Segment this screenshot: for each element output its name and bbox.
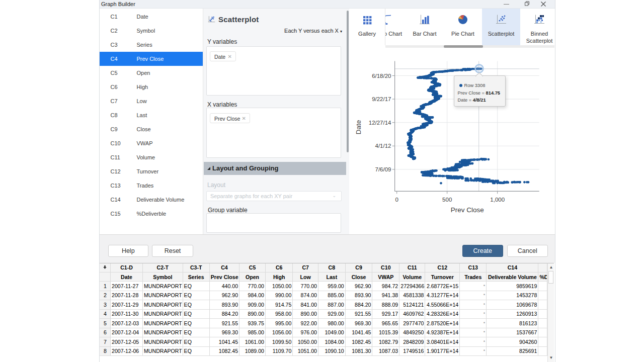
svg-text:Date: Date — [355, 120, 362, 135]
svg-text:12/27/14: 12/27/14 — [369, 120, 391, 126]
svg-text:0: 0 — [395, 197, 398, 203]
svg-text:6/18/20: 6/18/20 — [372, 73, 391, 79]
svg-text:Prev Close: Prev Close — [451, 206, 484, 214]
svg-text:4/1/12: 4/1/12 — [375, 143, 391, 149]
svg-text:9/22/17: 9/22/17 — [372, 96, 391, 102]
svg-text:1,000: 1,000 — [490, 197, 505, 203]
svg-text:500: 500 — [442, 197, 452, 203]
svg-text:7/6/09: 7/6/09 — [375, 166, 391, 172]
